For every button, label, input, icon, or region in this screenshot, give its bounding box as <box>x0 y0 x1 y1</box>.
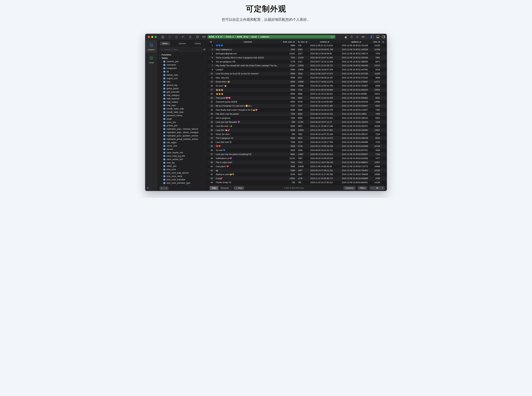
tree-item-table[interactable]: role_edges <box>158 141 207 144</box>
tree-item-table[interactable]: innodb_index_stats <box>158 107 207 111</box>
filters-button[interactable]: Filters <box>358 186 367 190</box>
tree-item-table[interactable]: help_keyword <box>158 97 207 100</box>
table-row[interactable]: 10Love this dress so much 😍 so nice for … <box>208 72 387 76</box>
table-row[interactable]: 3duchuykun@gmail.com1214113172015-08-14 … <box>208 52 387 56</box>
tree-section-tables[interactable]: Tables <box>158 57 207 60</box>
tree-item-table[interactable]: replication_grou...iguration_version <box>158 134 207 137</box>
table-row[interactable]: 22Awesome jacket 😍😍😍830357302015-11-03 1… <box>208 100 387 104</box>
structure-tab[interactable]: Structure <box>219 186 231 190</box>
tree-item-table[interactable]: proxies_priv <box>158 124 207 127</box>
filter-sliders-icon[interactable] <box>203 48 206 51</box>
table-row[interactable]: 5You're so pretty, this is a nice ni gor… <box>208 56 387 60</box>
column-header-from_user_id[interactable]: from_user_id <box>281 40 296 44</box>
data-tab[interactable]: Data <box>210 186 219 190</box>
toggle-right-panel-icon[interactable] <box>382 35 385 39</box>
chart-icon[interactable] <box>344 35 348 39</box>
disconnect-icon[interactable] <box>168 35 171 39</box>
connect-icon[interactable] <box>161 35 164 39</box>
tree-item-table[interactable]: slave_relay_log_info <box>158 154 207 158</box>
tree-item-table[interactable]: time_zone_transition_type <box>158 181 207 185</box>
connection-item-mysql[interactable]: mysql <box>145 53 157 66</box>
connection-status-bar[interactable]: MySQL 8.0.27 : TLSv1.2 : MySQL Brew : my… <box>208 35 335 39</box>
tree-item-table[interactable]: time_zone_name <box>158 175 207 178</box>
table-row[interactable]: 28Love your top! Beautiful 💜599117912015… <box>208 120 387 124</box>
search-input[interactable]: Search for item... <box>160 47 202 52</box>
toggle-bottom-panel-icon[interactable] <box>376 35 379 39</box>
tab-history[interactable]: History <box>190 42 205 45</box>
tree-item-table[interactable]: slow_log <box>158 161 207 164</box>
tree-section-functions[interactable]: Functions <box>158 53 207 57</box>
table-row[interactable]: 1💙💙💙55697242015-11-09 21:11:21.6142015-1… <box>208 44 387 47</box>
tree-item-table[interactable]: replication_group_member_actions <box>158 137 207 141</box>
table-row[interactable]: 6You are gorgeous !!😍717813172015-09-07 … <box>208 60 387 64</box>
next-page-button[interactable] <box>380 186 385 190</box>
tree-item-table[interactable]: columns_priv <box>158 60 207 63</box>
tree-item-table[interactable]: replication_asyn...ailover_managed <box>158 131 207 134</box>
tree-item-table[interactable]: procs_priv <box>158 121 207 124</box>
table-row[interactable]: 11Nice, very nice556950272015-09-19 08:3… <box>208 76 387 80</box>
table-row[interactable]: 39This is super cute!764174132015-10-12 … <box>208 160 387 164</box>
table-row[interactable]: 35❤️❤️556957462015-09-22 19:05:26.236201… <box>208 144 387 148</box>
settings-gear-icon[interactable]: ⚙ <box>147 186 149 190</box>
minimize-window-button[interactable] <box>151 36 153 38</box>
watch-icon[interactable] <box>175 35 178 39</box>
tree-item-table[interactable]: help_topic <box>158 104 207 107</box>
refresh-icon[interactable] <box>350 35 353 39</box>
table-row[interactable]: 2https://tableplus.io165483832015-10-03 … <box>208 47 387 52</box>
tree-item-table[interactable]: slave_worker_info <box>158 158 207 161</box>
column-header-item_id[interactable]: item_id <box>372 40 381 44</box>
tree-item-table[interactable]: help_relation <box>158 100 207 104</box>
column-header-id[interactable]: id <box>208 40 214 44</box>
table-row[interactable]: 17👏🏼👏🏼👏🏼556972252015-10-02 06:23:38.8842… <box>208 88 387 92</box>
tree-item-table[interactable]: func <box>158 80 207 83</box>
table-row[interactable]: 40Cool jeans! ❤️5569124392015-11-09 14:5… <box>208 164 387 169</box>
table-row[interactable]: 25Aww thanks that's what I thought to lo… <box>208 108 387 112</box>
table-row[interactable]: 26Fab shot! Love the jacket!730869532015… <box>208 112 387 116</box>
table-row[interactable]: 42Styling on point👏😳374550272015-09-29 1… <box>208 173 387 177</box>
tab-items[interactable]: Items <box>160 42 170 45</box>
table-row[interactable]: 27skirt is gorgeous736489952015-08-06 19… <box>208 116 387 120</box>
table-row[interactable]: 33This is gorgeous xx556986422015-08-31 … <box>208 136 387 140</box>
table-row[interactable]: 23Me too Fernanda! It's cute isn't it 🙂😘… <box>208 104 387 108</box>
sql-editor-button[interactable]: SQL <box>202 36 206 38</box>
tree-item-table[interactable]: time_zone <box>158 168 207 171</box>
tree-item-table[interactable]: plugin <box>158 117 207 121</box>
add-item-button[interactable]: + <box>160 186 164 190</box>
tree-item-table[interactable]: time_zone_leap_second <box>158 171 207 175</box>
table-row[interactable]: 20That jacket💖💖736499402015-08-05 13:42:… <box>208 96 387 100</box>
tree-item-table[interactable]: component <box>158 67 207 70</box>
table-row[interactable]: 31Great, fun shot !59978512015-08-16 14:… <box>208 132 387 136</box>
tree-item-table[interactable]: innodb_table_stats <box>158 111 207 114</box>
prev-page-button[interactable] <box>370 186 374 190</box>
tree-item-table[interactable]: comments <box>158 63 207 67</box>
toggle-left-panel-icon[interactable] <box>370 35 374 39</box>
tree-item-table[interactable]: help_category <box>158 93 207 97</box>
tree-item-table[interactable]: tables_priv <box>158 164 207 168</box>
table-row[interactable]: 36So cool 💙392932462015-08-05 16:41:03.7… <box>208 148 387 152</box>
table-row[interactable]: 19💥💥💥556956652015-11-24 10:12:39.3222015… <box>208 92 387 96</box>
focus-mode-icon[interactable] <box>361 35 365 39</box>
zoom-window-button[interactable] <box>155 36 157 38</box>
table-row[interactable]: 8Lovely!!!5569108062015-08-26 18:28:47.2… <box>208 68 387 72</box>
add-row-button[interactable]: + Row <box>234 186 244 190</box>
lock-icon[interactable] <box>189 35 192 39</box>
tab-queries[interactable]: Queries <box>175 42 190 45</box>
page-settings-gear-icon[interactable]: ⚙ <box>374 186 380 190</box>
add-item-split-button[interactable]: + <box>160 186 168 190</box>
column-header-updated_at[interactable]: updated_at <box>340 40 372 44</box>
tree-item-table[interactable]: password_history <box>158 114 207 117</box>
database-icon[interactable] <box>196 35 199 39</box>
tree-item-table[interactable]: gtid_executed <box>158 90 207 93</box>
close-window-button[interactable] <box>148 36 150 38</box>
table-row[interactable]: 16So cool ! 👏🏼5569105682015-08-28 13:05:… <box>208 84 387 88</box>
table-row[interactable]: 29Love this look ! ✨556938472015-11-21 1… <box>208 124 387 128</box>
tree-item-table[interactable]: db <box>158 70 207 73</box>
column-header-to_user_id[interactable]: to_user_id <box>296 40 309 44</box>
table-row[interactable]: 44Thanks Emily! 😘7657652015-11-10 22:27:… <box>208 181 387 185</box>
connection-item-postgres[interactable]: postgres <box>145 40 157 53</box>
table-row[interactable]: 37Love your hair the jacket everything!!… <box>208 152 387 156</box>
tree-item-table[interactable]: general_log <box>158 83 207 87</box>
tree-item-table[interactable]: default_roles <box>158 73 207 77</box>
table-row[interactable]: 41🙌🏼556919072015-09-24 07:36:22.1512015-… <box>208 169 387 173</box>
columns-button[interactable]: Columns <box>343 186 355 190</box>
